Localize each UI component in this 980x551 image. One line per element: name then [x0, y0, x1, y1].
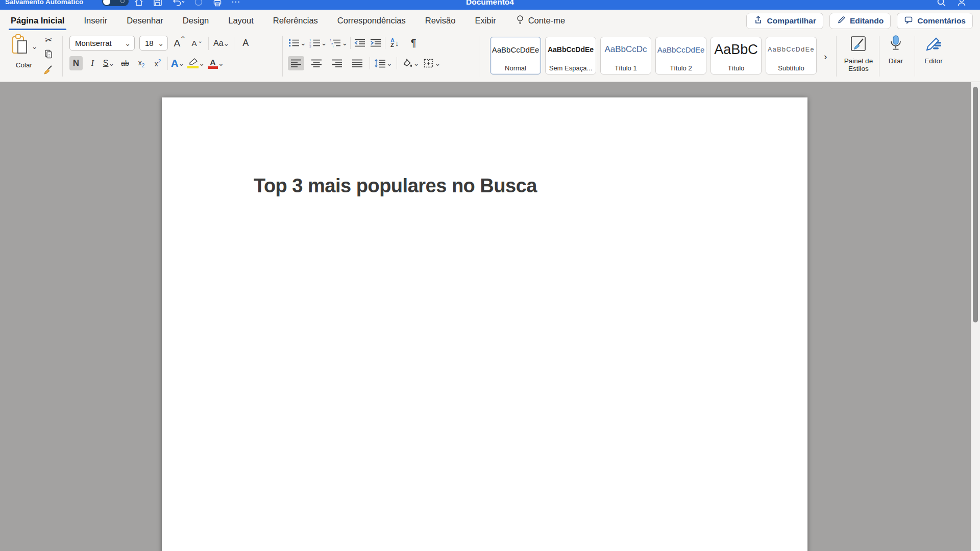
chevron-down-icon: ⌄ — [158, 41, 164, 46]
dictate-button[interactable]: Ditar — [881, 35, 911, 65]
shrink-font-button[interactable]: A⌄ — [190, 36, 204, 51]
styles-gallery-more-icon[interactable]: › — [824, 51, 827, 62]
style-titulo[interactable]: AaBbC Título — [710, 37, 762, 74]
lightbulb-icon — [516, 15, 525, 27]
font-color-button[interactable]: A ⌄ — [208, 56, 224, 70]
show-paragraph-marks-button[interactable]: ¶ — [407, 36, 420, 50]
clear-formatting-button[interactable]: A — [239, 36, 252, 51]
tab-desenhar[interactable]: Desenhar — [117, 10, 173, 32]
line-spacing-button[interactable]: ⌄ — [374, 56, 393, 70]
chevron-down-icon: ⌄ — [125, 41, 131, 46]
comment-icon — [904, 15, 913, 27]
comments-button[interactable]: Comentários — [897, 13, 973, 29]
subscript-button[interactable]: x2 — [135, 56, 148, 70]
style-titulo-1[interactable]: AaBbCcDc Título 1 — [600, 37, 651, 74]
style-titulo-2[interactable]: AaBbCcDdEe Título 2 — [655, 37, 706, 74]
chevron-down-icon: ⌄ — [108, 61, 114, 66]
account-icon[interactable] — [957, 0, 967, 7]
group-divider — [915, 36, 915, 77]
highlight-color-button[interactable]: ⌄ — [187, 56, 205, 70]
copy-icon[interactable] — [43, 49, 54, 61]
clipboard-icon — [11, 34, 29, 59]
shading-button[interactable]: ⌄ — [401, 56, 420, 70]
svg-text:3: 3 — [309, 44, 311, 48]
vertical-scrollbar[interactable] — [971, 82, 980, 551]
chevron-down-icon: ⌄ — [178, 61, 184, 66]
microphone-icon — [887, 35, 904, 55]
style-normal[interactable]: AaBbCcDdEe Normal — [490, 37, 541, 74]
format-painter-icon[interactable] — [43, 65, 54, 77]
chevron-down-icon: ⌄ — [32, 44, 38, 49]
tab-referencias[interactable]: Referências — [263, 10, 328, 32]
increase-indent-button[interactable] — [369, 36, 382, 50]
document-canvas: Top 3 mais populares no Busca — [0, 82, 980, 551]
group-divider — [479, 36, 479, 77]
document-title: Documento4 — [0, 0, 980, 7]
font-name-select[interactable]: Montserrat ⌄ — [69, 36, 135, 51]
share-icon — [753, 15, 763, 27]
editor-button[interactable]: Editor — [918, 35, 949, 65]
align-center-button[interactable] — [308, 56, 325, 70]
svg-text:i: i — [333, 45, 333, 48]
style-sem-espacamento[interactable]: AaBbCcDdEe Sem Espaça... — [545, 37, 596, 74]
document-heading[interactable]: Top 3 mais populares no Busca — [254, 175, 537, 197]
chevron-down-icon: ⌄ — [341, 40, 348, 45]
strikethrough-button[interactable]: ab — [118, 56, 132, 70]
tab-conte-me[interactable]: Conte-me — [506, 10, 575, 32]
editor-pencil-icon — [924, 35, 943, 55]
ribbon: ⌄ Colar ✂ Montserrat ⌄ 18 ⌄ Aˆ A⌄ Aa⌄ A … — [0, 32, 980, 82]
style-subtitulo[interactable]: AaBbCcDdEe Subtítulo — [766, 37, 817, 74]
tab-layout[interactable]: Layout — [218, 10, 263, 32]
change-case-button[interactable]: Aa⌄ — [213, 36, 229, 51]
tab-correspondencias[interactable]: Correspondências — [328, 10, 415, 32]
tab-pagina-inicial[interactable]: Página Inicial — [1, 10, 74, 32]
decrease-indent-button[interactable] — [353, 36, 366, 50]
group-divider — [879, 36, 879, 77]
document-page[interactable]: Top 3 mais populares no Busca — [162, 97, 807, 551]
chevron-down-icon: ⌄ — [218, 61, 224, 66]
group-divider — [62, 36, 63, 77]
align-left-button[interactable] — [288, 56, 304, 70]
pencil-icon — [837, 15, 846, 27]
chevron-down-icon: ⌄ — [198, 38, 202, 43]
numbering-button[interactable]: 123⌄ — [309, 36, 327, 50]
editing-mode-button[interactable]: Editando — [829, 13, 891, 29]
chevron-down-icon: ⌄ — [300, 40, 306, 45]
tab-design[interactable]: Design — [173, 10, 218, 32]
paste-button[interactable]: ⌄ Colar — [7, 34, 41, 69]
align-right-button[interactable] — [329, 56, 345, 70]
ribbon-tab-row: Página Inicial Inserir Desenhar Design L… — [0, 10, 980, 32]
font-color-swatch — [208, 66, 218, 69]
highlighter-icon — [187, 58, 199, 65]
grow-font-button[interactable]: Aˆ — [173, 36, 186, 51]
tab-revisao[interactable]: Revisão — [415, 10, 465, 32]
bold-button[interactable]: N — [69, 56, 83, 70]
justify-button[interactable] — [349, 56, 365, 70]
chevron-down-icon: ⌄ — [224, 41, 230, 46]
highlight-swatch — [187, 66, 199, 68]
scrollbar-thumb[interactable] — [973, 87, 978, 322]
cut-icon[interactable]: ✂ — [45, 35, 52, 45]
tab-exibir[interactable]: Exibir — [465, 10, 505, 32]
font-size-select[interactable]: 18 ⌄ — [139, 36, 168, 51]
chevron-down-icon: ⌄ — [321, 40, 327, 45]
italic-button[interactable]: I — [86, 56, 99, 70]
styles-pane-icon — [849, 35, 868, 55]
superscript-button[interactable]: x2 — [151, 56, 164, 70]
group-divider — [836, 36, 837, 77]
sort-button[interactable]: AZ↓ — [388, 36, 401, 50]
text-effects-button[interactable]: A⌄ — [171, 56, 184, 70]
chevron-down-icon: ⌄ — [199, 61, 205, 66]
share-button[interactable]: Compartilhar — [746, 13, 823, 29]
title-bar: Salvamento Automático ⋯ Documento4 — [0, 0, 980, 10]
tab-inserir[interactable]: Inserir — [74, 10, 117, 32]
chevron-up-icon: ˆ — [181, 35, 184, 46]
bullets-button[interactable]: ⌄ — [288, 36, 306, 50]
chevron-down-icon: ⌄ — [434, 61, 440, 66]
search-icon[interactable] — [936, 0, 946, 7]
chevron-down-icon: ⌄ — [413, 61, 420, 66]
multilevel-list-button[interactable]: 1ai⌄ — [329, 36, 348, 50]
borders-button[interactable]: ⌄ — [423, 56, 440, 70]
styles-pane-button[interactable]: Painel deEstilos — [839, 35, 878, 72]
underline-button[interactable]: S⌄ — [102, 56, 115, 70]
